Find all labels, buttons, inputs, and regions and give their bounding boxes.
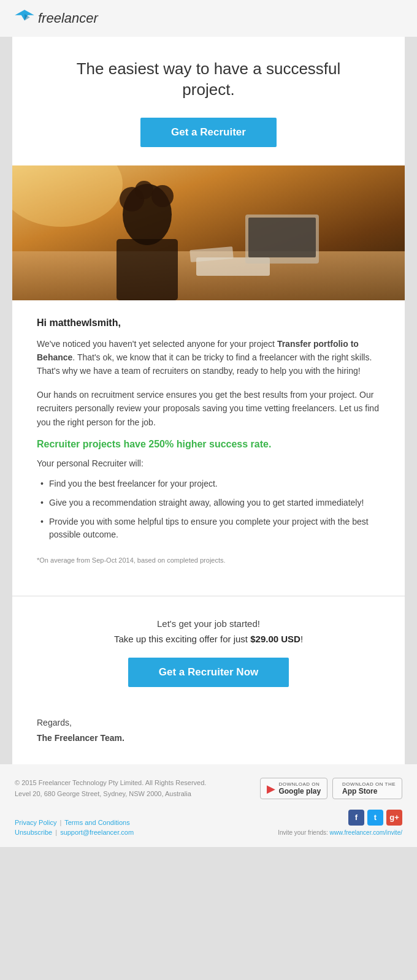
footer-address: © 2015 Freelancer Technology Pty Limited… bbox=[15, 778, 206, 799]
regards-line1: Regards, bbox=[37, 715, 380, 731]
recruiter-list: Find you the best freelancer for your pr… bbox=[37, 474, 380, 544]
svg-point-7 bbox=[135, 181, 153, 199]
logo-text: freelancer bbox=[38, 10, 98, 26]
body-paragraph2: Our hands on recruitment service ensures… bbox=[37, 388, 380, 429]
footnote: *On average from Sep-Oct 2014, based on … bbox=[37, 556, 380, 564]
header: freelancer bbox=[0, 0, 417, 37]
unsubscribe-link[interactable]: Unsubscribe bbox=[15, 829, 52, 836]
freelancer-bird-icon bbox=[15, 10, 34, 27]
twitter-icon[interactable]: t bbox=[367, 810, 383, 826]
app-badges: ▶ Download on Google play Download on th… bbox=[260, 778, 402, 799]
footer: © 2015 Freelancer Technology Pty Limited… bbox=[0, 764, 417, 846]
google-play-badge[interactable]: ▶ Download on Google play bbox=[260, 778, 327, 799]
main-card: The easiest way to have a successful pro… bbox=[12, 37, 405, 764]
support-email-link[interactable]: support@freelancer.com bbox=[60, 829, 134, 836]
regards-section: Regards, The Freelancer Team. bbox=[12, 705, 405, 764]
hero-image-scene bbox=[12, 165, 405, 300]
cta-section: Let's get your job started! Take up this… bbox=[12, 606, 405, 705]
get-recruiter-now-button[interactable]: Get a Recruiter Now bbox=[128, 658, 289, 687]
section-divider bbox=[12, 596, 405, 596]
google-play-text: Download on Google play bbox=[278, 781, 321, 796]
list-item: Find you the best freelancer for your pr… bbox=[37, 474, 380, 493]
footer-links: Privacy Policy | Terms and Conditions Un… bbox=[15, 819, 134, 836]
cta-price: $29.00 USD bbox=[250, 634, 300, 644]
facebook-icon[interactable]: f bbox=[348, 810, 364, 826]
hero-title: The easiest way to have a successful pro… bbox=[49, 59, 368, 101]
cta-subtitle: Let's get your job started! bbox=[37, 618, 380, 629]
social-icons: f t g+ bbox=[278, 810, 402, 826]
invite-text: Invite your friends: www.freelancer.com/… bbox=[278, 829, 402, 836]
svg-point-6 bbox=[151, 185, 174, 207]
footer-top: © 2015 Freelancer Technology Pty Limited… bbox=[15, 778, 402, 799]
body-content: Hi matthewlsmith, We've noticed you have… bbox=[12, 300, 405, 586]
privacy-policy-link[interactable]: Privacy Policy bbox=[15, 819, 56, 826]
greeting: Hi matthewlsmith, bbox=[37, 317, 380, 329]
footer-social: f t g+ Invite your friends: www.freelanc… bbox=[278, 810, 402, 836]
hero-image bbox=[12, 165, 405, 300]
cta-price-text: Take up this exciting offer for just $29… bbox=[37, 634, 380, 644]
svg-rect-8 bbox=[117, 239, 178, 300]
svg-rect-11 bbox=[248, 218, 316, 257]
regards-line2: The Freelancer Team. bbox=[37, 731, 380, 746]
invite-link[interactable]: www.freelancer.com/invite/ bbox=[330, 829, 402, 836]
hero-section: The easiest way to have a successful pro… bbox=[12, 37, 405, 165]
google-plus-icon[interactable]: g+ bbox=[386, 810, 402, 826]
logo-container: freelancer bbox=[15, 10, 98, 27]
app-store-text: Download on the App Store bbox=[342, 781, 396, 796]
get-recruiter-button[interactable]: Get a Recruiter bbox=[140, 118, 277, 147]
terms-link[interactable]: Terms and Conditions bbox=[64, 819, 129, 826]
highlight-text: Recruiter projects have 250% higher succ… bbox=[37, 439, 380, 450]
app-store-badge[interactable]: Download on the App Store bbox=[332, 778, 402, 799]
list-intro: Your personal Recruiter will: bbox=[37, 458, 380, 468]
list-item: Provide you with some helpful tips to en… bbox=[37, 512, 380, 544]
google-play-icon: ▶ bbox=[267, 782, 275, 796]
outer-wrapper: freelancer The easiest way to have a suc… bbox=[0, 0, 417, 847]
footer-bottom: Privacy Policy | Terms and Conditions Un… bbox=[15, 810, 402, 836]
body-paragraph1: We've noticed you haven't yet selected a… bbox=[37, 337, 380, 378]
list-item: Give you a recommendation straight away,… bbox=[37, 493, 380, 512]
